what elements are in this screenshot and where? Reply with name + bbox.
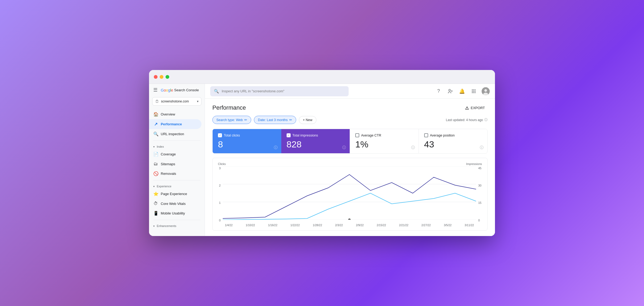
svg-rect-9 [472, 92, 473, 93]
edit-icon: ✏ [289, 118, 292, 122]
sidebar-item-coverage[interactable]: 📄 Coverage [149, 149, 201, 159]
apps-icon[interactable] [470, 88, 477, 95]
chart-area [223, 167, 476, 220]
metric-total-clicks[interactable]: Total clicks 8 ⓘ [213, 129, 281, 153]
chart-x-labels: 1/4/22 1/10/22 1/16/22 1/22/22 1/28/22 2… [218, 224, 482, 227]
sidebar-header: ☰ Google Search Console [149, 84, 205, 95]
metric-checkbox[interactable] [218, 133, 222, 137]
bell-icon[interactable]: 🔔 [458, 88, 466, 95]
user-add-icon[interactable] [447, 88, 454, 95]
x-label: 1/10/22 [246, 224, 255, 227]
x-label: 2/15/22 [377, 224, 386, 227]
x-label: 1/4/22 [225, 224, 233, 227]
avatar[interactable] [482, 87, 490, 95]
maximize-button[interactable] [166, 75, 169, 79]
topbar: 🔍 ? 🔔 [205, 84, 495, 99]
property-icon: 🗒 [155, 99, 159, 104]
metric-label: Average CTR [361, 134, 381, 137]
sidebar-item-url-inspection[interactable]: 🔍 URL inspection [149, 129, 201, 139]
page-title: Performance [212, 104, 246, 111]
x-label: 2/27/22 [422, 224, 431, 227]
app-name: Search Console [174, 88, 199, 92]
y-axis-left-1: 1 [218, 201, 221, 204]
svg-rect-4 [473, 89, 474, 90]
export-button[interactable]: EXPORT [462, 104, 488, 111]
section-index[interactable]: ▾ Index [149, 142, 205, 149]
search-input[interactable] [222, 89, 345, 93]
divider [153, 140, 200, 141]
sidebar-item-removals[interactable]: 🚫 Removals [149, 169, 201, 179]
y-axis-left-2: 2 [218, 184, 221, 187]
sidebar-item-label: Overview [161, 112, 175, 116]
sidebar-item-core-web-vitals[interactable]: ⏱ Core Web Vitals [149, 199, 201, 208]
metric-value: 1% [355, 139, 413, 149]
last-updated-text: Last updated: 4 hours ago [446, 118, 483, 122]
topbar-actions: ? 🔔 [435, 87, 490, 95]
filters-row: Search type: Web ✏ Date: Last 3 months ✏… [212, 116, 488, 124]
metric-average-ctr[interactable]: Average CTR 1% ⓘ [350, 129, 419, 153]
chart-tooltip-dot [348, 218, 351, 220]
search-icon: 🔍 [214, 89, 219, 94]
y-axis-right-0: 0 [478, 219, 482, 222]
x-label: 3/5/22 [444, 224, 452, 227]
svg-rect-7 [473, 91, 474, 92]
metric-checkbox[interactable] [355, 133, 359, 137]
mobile-usability-icon: 📱 [153, 211, 158, 216]
metric-checkbox[interactable] [424, 133, 428, 137]
svg-point-0 [449, 89, 451, 91]
app-layout: ☰ Google Search Console 🗒 screenshotone.… [149, 84, 495, 236]
sidebar-item-label: Coverage [161, 152, 176, 156]
section-label: Index [157, 145, 164, 148]
filter-search-type[interactable]: Search type: Web ✏ [212, 116, 251, 124]
help-icon[interactable]: ? [435, 88, 442, 95]
sidebar-item-label: Removals [161, 172, 176, 176]
svg-point-13 [484, 89, 487, 92]
chevron-icon: ▾ [153, 145, 155, 148]
info-icon: ⓘ [342, 145, 346, 150]
close-button[interactable] [154, 75, 158, 79]
svg-rect-11 [475, 92, 476, 93]
sidebar: ☰ Google Search Console 🗒 screenshotone.… [149, 84, 205, 236]
search-bar[interactable]: 🔍 [210, 86, 349, 96]
minimize-button[interactable] [160, 75, 163, 79]
info-icon: ⓘ [480, 145, 484, 150]
sidebar-item-label: Mobile Usability [161, 211, 185, 215]
divider [153, 220, 200, 220]
sidebar-item-mobile-usability[interactable]: 📱 Mobile Usability [149, 208, 201, 218]
add-filter-button[interactable]: + New [299, 116, 316, 124]
clicks-line [223, 193, 476, 220]
sidebar-item-label: Core Web Vitals [161, 202, 185, 206]
metric-header: Total clicks [218, 133, 276, 137]
filter-label: Search type: Web [216, 118, 243, 122]
page-experience-icon: ⭐ [153, 191, 158, 196]
sidebar-item-sitemaps[interactable]: 🗂 Sitemaps [149, 159, 201, 169]
hamburger-button[interactable]: ☰ [153, 88, 158, 92]
chart-svg [223, 167, 476, 220]
sidebar-item-overview[interactable]: 🏠 Overview [149, 109, 201, 119]
svg-rect-10 [473, 92, 474, 93]
property-selector[interactable]: 🗒 screenshotone.com ▾ [152, 97, 201, 106]
info-icon: ⓘ [484, 118, 488, 122]
core-web-vitals-icon: ⏱ [153, 201, 158, 206]
filter-label: Date: Last 3 months [258, 118, 288, 122]
info-icon: ⓘ [411, 145, 415, 150]
sidebar-item-performance[interactable]: ↗ Performance [149, 119, 201, 129]
last-updated: Last updated: 4 hours ago ⓘ [446, 118, 488, 122]
metric-average-position[interactable]: Average position 43 ⓘ [419, 129, 488, 153]
metric-total-impressions[interactable]: Total impressions 828 ⓘ [281, 129, 350, 153]
sidebar-item-label: Sitemaps [161, 162, 175, 166]
x-label: 2/3/22 [335, 224, 343, 227]
metric-checkbox[interactable] [287, 133, 291, 137]
chart-right-axis-label: Impressions [466, 162, 482, 166]
sidebar-item-page-experience[interactable]: ⭐ Page Experience [149, 189, 201, 199]
section-enhancements[interactable]: ▾ Enhancements [149, 222, 205, 229]
info-icon: ⓘ [274, 145, 278, 150]
section-experience[interactable]: ▾ Experience [149, 182, 205, 189]
y-axis-left-3: 3 [218, 167, 221, 170]
property-arrow-icon: ▾ [197, 100, 199, 103]
filter-date-range[interactable]: Date: Last 3 months ✏ [254, 116, 296, 124]
x-label: 1/22/22 [290, 224, 300, 227]
metric-header: Total impressions [287, 133, 345, 137]
edit-icon: ✏ [244, 118, 247, 122]
y-axis-right-45: 45 [478, 167, 482, 170]
